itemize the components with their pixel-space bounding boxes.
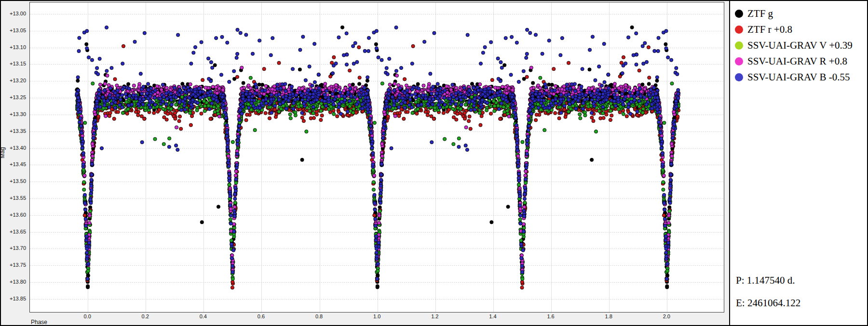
legend: ZTF gZTF r +0.8SSV-UAI-GRAV V +0.39SSV-U…	[735, 6, 853, 85]
legend-label: SSV-UAI-GRAV R +0.8	[747, 55, 847, 67]
y-tick-label: +13.50	[1, 178, 26, 184]
plot-area[interactable]	[29, 2, 724, 313]
y-tick-label: +13.15	[1, 60, 26, 67]
y-tick-label: +13.60	[1, 211, 26, 218]
y-tick-label: +13.75	[1, 261, 26, 268]
y-axis-title: Mag	[0, 147, 6, 158]
y-tick-label: +13.05	[1, 27, 26, 34]
legend-label: ZTF r +0.8	[747, 24, 792, 36]
y-tick-label: +13.45	[1, 161, 26, 168]
x-tick-label: 0.4	[200, 313, 207, 319]
legend-item-ztf-r-0-8[interactable]: ZTF r +0.8	[735, 22, 853, 38]
x-tick-label: 0.0	[83, 313, 91, 319]
x-axis-title: Phase	[31, 319, 47, 326]
legend-label: SSV-UAI-GRAV B -0.55	[747, 71, 850, 83]
legend-swatch-icon	[735, 57, 743, 65]
x-tick-label: 0.8	[315, 313, 323, 319]
y-tick-label: +13.10	[1, 44, 26, 51]
x-tick-label: 1.4	[489, 313, 496, 319]
x-tick-label: 1.8	[605, 313, 612, 319]
y-tick-label: +13.35	[1, 128, 26, 134]
legend-item-ssv-uai-grav-r-0-8[interactable]: SSV-UAI-GRAV R +0.8	[735, 53, 853, 69]
legend-swatch-icon	[735, 73, 743, 81]
legend-label: ZTF g	[747, 8, 773, 20]
period-annotation: P: 1.147540 d.	[736, 274, 795, 287]
x-tick-label: 1.0	[373, 313, 380, 319]
legend-swatch-icon	[735, 26, 743, 34]
x-tick-label: 1.6	[547, 313, 554, 319]
x-axis-tick-labels: 0.00.20.40.60.81.01.21.41.61.82.0	[0, 313, 730, 321]
y-tick-label: +13.00	[1, 10, 26, 17]
y-tick-label: +13.25	[1, 94, 26, 101]
y-tick-label: +13.20	[1, 77, 26, 84]
legend-swatch-icon	[735, 10, 743, 18]
legend-swatch-icon	[735, 41, 743, 50]
lightcurve-canvas[interactable]	[30, 2, 724, 312]
y-tick-label: +13.55	[1, 195, 26, 201]
x-tick-label: 0.2	[142, 313, 149, 319]
x-tick-label: 1.2	[431, 313, 438, 319]
y-tick-label: +13.80	[1, 278, 26, 285]
chart-panel: +13.00+13.05+13.10+13.15+13.20+13.25+13.…	[0, 0, 730, 326]
epoch-annotation: E: 2461064.122	[736, 297, 800, 309]
y-tick-label: +13.30	[1, 111, 26, 117]
legend-item-ztf-g[interactable]: ZTF g	[735, 6, 853, 22]
app-window: +13.00+13.05+13.10+13.15+13.20+13.25+13.…	[0, 0, 868, 326]
legend-item-ssv-uai-grav-v-0-39[interactable]: SSV-UAI-GRAV V +0.39	[735, 38, 853, 53]
legend-item-ssv-uai-grav-b-0-55[interactable]: SSV-UAI-GRAV B -0.55	[735, 69, 853, 85]
y-tick-label: +13.65	[1, 228, 26, 235]
legend-label: SSV-UAI-GRAV V +0.39	[747, 39, 853, 52]
x-tick-label: 2.0	[663, 313, 670, 319]
y-tick-label: +13.85	[1, 295, 26, 302]
y-tick-label: +13.70	[1, 245, 26, 251]
x-tick-label: 0.6	[258, 313, 265, 319]
